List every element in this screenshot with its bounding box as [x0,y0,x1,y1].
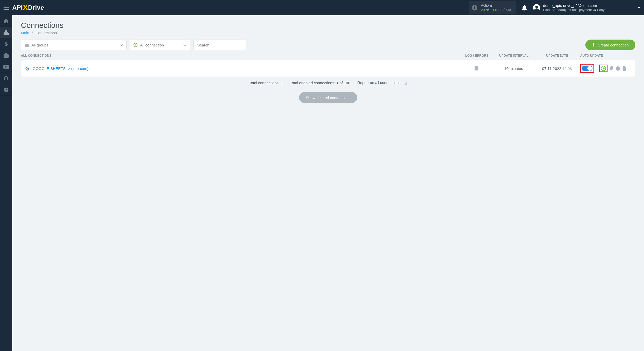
sidebar-item-home[interactable] [0,15,12,27]
actions-quota-box[interactable]: i Actions: 23 of 100'000 (0%) [469,1,516,14]
col-header-auto: AUTO UPDATE [580,54,631,57]
breadcrumb: Main / Connections [21,31,635,35]
logo[interactable]: APIXDrive [12,3,44,12]
sidebar-item-connections[interactable] [0,27,12,38]
connection-name-link[interactable]: GOOGLE SHEETS -> (intercom) [33,66,89,71]
sidebar-item-help[interactable]: ? [0,84,12,96]
settings-button[interactable] [616,66,620,71]
youtube-icon [3,65,9,69]
groups-filter-select[interactable]: All groups [21,40,127,50]
chevron-down-icon [637,6,641,9]
gear-icon [616,66,620,71]
chevron-down-icon [183,44,187,46]
user-plan: Plan |Standard| left until payment 377 d… [543,8,606,12]
sidebar-item-tools[interactable] [0,50,12,61]
svg-rect-13 [610,67,612,70]
svg-point-8 [5,77,7,79]
show-deleted-button[interactable]: Show deleted connections [299,92,357,103]
delete-button[interactable] [622,66,626,71]
summary-enabled: Total enabled connections: 1 of 100 [290,81,350,85]
col-header-log: LOG / ERRORS [460,54,493,57]
google-icon [25,66,30,71]
run-now-button[interactable] [601,66,606,71]
actions-used: 23 [481,8,485,12]
table-row: GOOGLE SHEETS -> (intercom) 10 minutes 0… [21,60,635,77]
connection-filter-select[interactable]: All connection [130,40,190,50]
user-menu-toggle[interactable] [637,6,641,9]
user-menu[interactable]: demo_apix-drive_s2@com.com Plan |Standar… [533,3,606,12]
menu-icon [4,6,9,10]
auto-update-toggle[interactable] [582,66,592,71]
filters-bar: All groups All connection Create conn [21,40,635,50]
breadcrumb-main[interactable]: Main [21,31,29,35]
hamburger-menu-button[interactable] [0,0,12,15]
connection-log-button[interactable] [460,66,493,71]
connection-name-cell: GOOGLE SHEETS -> (intercom) [25,66,460,71]
connection-interval: 10 minutes [493,66,534,71]
actions-label: Actions: [481,3,511,8]
connection-date: 07.11.2022 12:08 [534,66,580,71]
table-header: ALL CONNECTIONS LOG / ERRORS UPDATE INTE… [21,54,635,60]
sidebar-item-billing[interactable] [0,38,12,50]
col-header-interval: UPDATE INTERVAL [493,54,534,57]
summary-row: Total connections: 1 Total enabled conne… [21,80,635,85]
highlight-box [599,65,608,72]
chevron-down-icon [120,44,123,46]
play-circle-icon [133,43,138,47]
home-icon [4,19,9,23]
connection-actions-cell [580,64,631,73]
plus-icon [592,43,595,46]
sitemap-icon [4,30,9,35]
svg-rect-3 [4,33,5,35]
bell-icon [522,5,527,10]
sidebar: ? [0,15,12,351]
page-title: Connections [21,21,635,30]
svg-point-1 [535,6,538,8]
col-header-date: UPDATE DATE [534,54,580,57]
copy-icon [610,66,614,71]
top-header: APIXDrive i Actions: 23 of 100'000 (0%) … [0,0,644,15]
notifications-button[interactable] [522,5,527,10]
help-icon: ? [4,88,8,92]
col-header-name: ALL CONNECTIONS [21,54,460,57]
create-connection-button[interactable]: Create connection [585,40,635,50]
copy-button[interactable] [610,66,614,71]
svg-rect-5 [7,33,9,35]
briefcase-icon [4,53,9,58]
highlight-box [580,64,594,73]
user-email: demo_apix-drive_s2@com.com [543,3,606,8]
document-icon [475,66,479,70]
document-icon[interactable] [404,81,407,85]
summary-report: Report on all connections: [357,80,407,85]
user-icon [4,76,8,81]
svg-rect-2 [5,30,7,31]
search-input-wrapper[interactable] [193,40,246,50]
info-icon: i [472,5,477,10]
actions-total: 100'000 [490,8,502,12]
svg-text:?: ? [5,88,7,92]
folder-icon [25,43,29,47]
breadcrumb-current: Connections [35,31,57,35]
svg-rect-4 [5,33,7,35]
sidebar-item-video[interactable] [0,61,12,73]
sidebar-item-profile[interactable] [0,73,12,84]
dollar-icon [5,41,8,46]
avatar-icon [533,4,540,11]
trash-icon [622,66,626,71]
main-content: Connections Main / Connections All group… [12,15,644,351]
search-input[interactable] [197,43,242,47]
actions-percent: (0%) [503,8,511,12]
summary-total: Total connections: 1 [249,81,283,85]
